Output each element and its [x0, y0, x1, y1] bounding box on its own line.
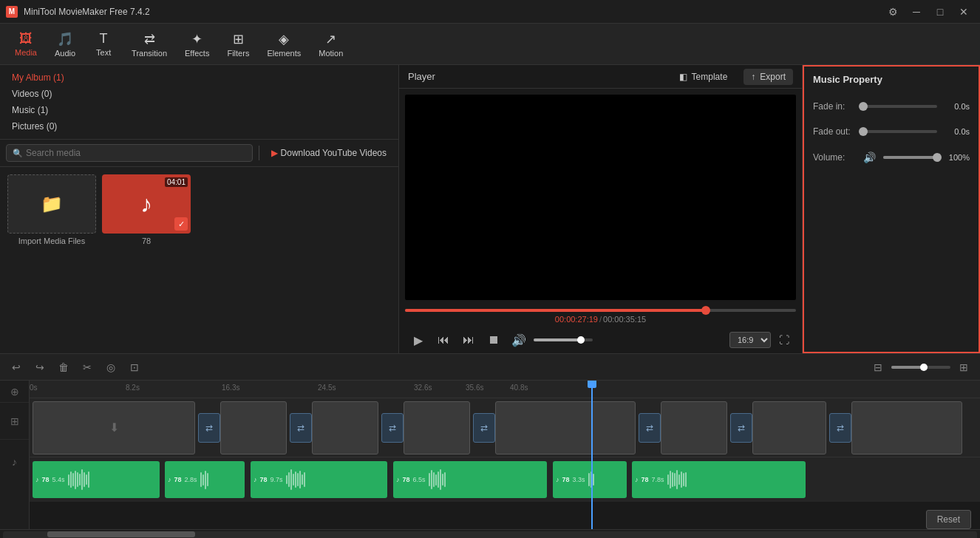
music-clip-1[interactable]: ♪ 78 2.8s [165, 461, 245, 498]
album-item-music[interactable]: Music (1) [6, 102, 392, 118]
video-clip-1[interactable] [220, 401, 287, 454]
add-track-icon[interactable]: ⊕ [0, 381, 29, 403]
video-clip-0[interactable]: ⬇ [33, 401, 195, 454]
time-separator: / [599, 315, 602, 324]
music-clip-num-1: 78 [174, 476, 182, 483]
waveform-4 [588, 469, 624, 491]
ruler-mark-24s: 24.5s [318, 384, 336, 392]
close-button[interactable]: ✕ [953, 1, 974, 22]
export-button[interactable]: ↑ Export [743, 69, 793, 85]
maximize-button[interactable]: □ [930, 1, 950, 22]
zoom-in-button[interactable]: ⊞ [953, 357, 974, 378]
minimize-button[interactable]: ─ [906, 1, 927, 22]
undo-button[interactable]: ↩ [6, 357, 27, 378]
search-icon: 🔍 [13, 149, 23, 158]
toolbar-item-media[interactable]: 🖼 Media [6, 27, 46, 62]
crop-button[interactable]: ⊡ [124, 357, 145, 378]
prev-button[interactable]: ⏮ [433, 330, 454, 350]
zoom-thumb [920, 364, 928, 371]
album-item-pictures[interactable]: Pictures (0) [6, 118, 392, 134]
music-clip-dur-0: 5.4s [52, 476, 65, 483]
toolbar-item-elements[interactable]: ◈ Elements [258, 27, 310, 62]
transition-0[interactable]: ⇄ [198, 413, 220, 443]
delete-button[interactable]: 🗑 [53, 357, 74, 378]
play-button[interactable]: ▶ [408, 330, 429, 350]
video-clip-4[interactable] [495, 401, 636, 454]
video-clip-3[interactable] [404, 401, 470, 454]
fade-out-label: Fade out: [813, 126, 857, 137]
music-clip-num-3: 78 [403, 476, 410, 483]
template-button[interactable]: ◧ Template [672, 69, 735, 85]
fade-in-slider[interactable] [863, 105, 937, 108]
zoom-fill [891, 366, 924, 369]
zoom-slider[interactable] [891, 366, 950, 369]
fade-in-row: Fade in: 0.0s [813, 101, 970, 112]
playhead[interactable] [591, 381, 593, 529]
settings-button[interactable]: ⚙ [882, 1, 903, 22]
album-item-my-album[interactable]: My Album (1) [6, 69, 392, 86]
music-clip-icon-5: ♪ [635, 476, 639, 483]
video-clip-7[interactable] [851, 401, 962, 454]
transition-4[interactable]: ⇄ [639, 413, 661, 443]
volume-slider[interactable] [534, 338, 593, 341]
toolbar-item-effects[interactable]: ✦ Effects [176, 27, 218, 62]
toolbar-item-transition[interactable]: ⇄ Transition [123, 27, 176, 62]
timeline-side: ⊕ ⊞ ♪ [0, 381, 30, 529]
video-clip-2[interactable] [312, 401, 378, 454]
transition-1[interactable]: ⇄ [290, 413, 312, 443]
download-youtube-button[interactable]: ▶ Download YouTube Videos [265, 145, 392, 161]
progress-track[interactable] [405, 309, 796, 312]
music-track: ♪ 78 5.4s ♪ 78 2.8s ♪ 78 [30, 457, 980, 502]
transition-2[interactable]: ⇄ [381, 413, 404, 443]
filters-label: Filters [227, 49, 249, 58]
toolbar-item-motion[interactable]: ↗ Motion [310, 27, 352, 62]
aspect-ratio-select[interactable]: 16:9 [729, 332, 771, 348]
fullscreen-button[interactable]: ⛶ [775, 331, 793, 349]
youtube-icon: ▶ [271, 148, 278, 158]
scroll-track [3, 531, 977, 538]
import-media-item[interactable]: 📁 Import Media Files [7, 174, 96, 245]
redo-button[interactable]: ↪ [30, 357, 50, 378]
music-clip-dur-2: 9.7s [270, 476, 283, 483]
video-track-icon[interactable]: ⊞ [0, 403, 29, 440]
stop-button[interactable]: ⏹ [483, 330, 504, 350]
main-area: My Album (1) Videos (0) Music (1) Pictur… [0, 65, 980, 353]
property-volume-slider[interactable] [883, 156, 937, 159]
scroll-thumb[interactable] [47, 531, 195, 537]
music-media-item[interactable]: ♪ 04:01 ✓ 78 [102, 174, 191, 245]
volume-button[interactable]: 🔊 [508, 330, 529, 350]
import-thumb: 📁 [7, 174, 96, 234]
music-clip-5[interactable]: ♪ 78 7.8s [632, 461, 806, 498]
effects-label: Effects [185, 49, 209, 58]
cut-button[interactable]: ✂ [77, 357, 98, 378]
video-clip-5[interactable] [661, 401, 727, 454]
music-property-panel: Music Property Fade in: 0.0s Fade out: 0… [803, 65, 980, 353]
music-label: 78 [102, 236, 191, 245]
zoom-controls: ⊟ ⊞ [868, 357, 974, 378]
music-clip-0[interactable]: ♪ 78 5.4s [33, 461, 160, 498]
search-section[interactable]: 🔍 [6, 144, 253, 162]
toolbar-item-filters[interactable]: ⊞ Filters [218, 27, 258, 62]
music-track-icon[interactable]: ♪ [0, 440, 29, 484]
media-label: Media [15, 48, 37, 57]
transition-5[interactable]: ⇄ [730, 413, 752, 443]
audio-detach-button[interactable]: ◎ [101, 357, 121, 378]
motion-label: Motion [319, 49, 343, 58]
search-input[interactable] [26, 148, 246, 158]
transition-6[interactable]: ⇄ [829, 413, 851, 443]
media-icon: 🖼 [19, 31, 33, 47]
music-clip-2[interactable]: ♪ 78 9.7s [251, 461, 387, 498]
toolbar-item-audio[interactable]: 🎵 Audio [46, 27, 84, 62]
music-clip-4[interactable]: ♪ 78 3.3s [553, 461, 627, 498]
timeline-scrollbar[interactable] [0, 529, 980, 538]
video-clip-6[interactable] [752, 401, 826, 454]
toolbar-item-text[interactable]: T Text [84, 27, 123, 62]
waveform-5 [667, 469, 803, 491]
music-clip-icon-3: ♪ [396, 476, 400, 483]
album-item-videos[interactable]: Videos (0) [6, 86, 392, 102]
music-clip-3[interactable]: ♪ 78 6.5s [393, 461, 547, 498]
transition-3[interactable]: ⇄ [473, 413, 495, 443]
next-button[interactable]: ⏭ [458, 330, 479, 350]
zoom-out-button[interactable]: ⊟ [868, 357, 888, 378]
fade-out-slider[interactable] [863, 130, 937, 133]
